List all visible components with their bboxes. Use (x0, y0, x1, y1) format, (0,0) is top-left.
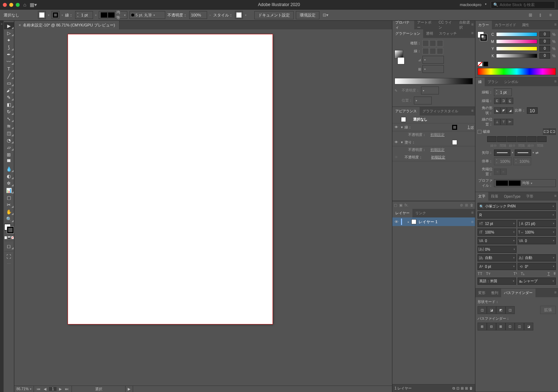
stroke-weight-input[interactable]: ▴▾ (494, 88, 512, 96)
zoom-tool[interactable]: 🔍 (4, 215, 14, 222)
curvature-tool[interactable]: 〰 (4, 58, 14, 65)
tab-character[interactable]: 文字 (475, 192, 488, 201)
arrow-end-select[interactable] (515, 150, 531, 156)
divide-icon[interactable]: ⊞ (478, 323, 487, 330)
tab-color-guide[interactable]: カラーガイド (492, 21, 519, 29)
cb-icon-1[interactable]: ⊞ (527, 11, 534, 19)
vscale-input[interactable]: IT (478, 229, 516, 236)
perspective-tool[interactable]: ▱ (4, 144, 14, 151)
panel-menu-icon[interactable]: ≡ (471, 108, 474, 113)
arrow-start-select[interactable] (494, 150, 510, 156)
leading-input[interactable]: │A (518, 220, 556, 227)
shaper-tool[interactable]: ✎ (4, 94, 14, 101)
last-artboard-icon[interactable]: ⏭ (64, 387, 69, 391)
yellow-slider[interactable] (496, 46, 537, 51)
add-stroke-icon[interactable]: ▢ (394, 203, 397, 207)
dash-align-2-icon[interactable]: ⊏⊐ (549, 128, 556, 135)
workspace-switcher-icon[interactable]: ▦▾ (30, 2, 37, 8)
trim-icon[interactable]: ⊟ (487, 323, 496, 330)
artboard-tool[interactable]: ▢ (4, 194, 14, 201)
close-tab-icon[interactable]: × (19, 23, 21, 27)
scale-tool[interactable]: ⤡ (4, 115, 14, 122)
cyan-value[interactable]: 0 (539, 31, 550, 37)
gradient-tool[interactable]: ▀ (4, 158, 14, 165)
baseline-shift-input[interactable]: Aª (478, 263, 516, 270)
tab-gradient[interactable]: グラデーション (392, 29, 423, 38)
language-select[interactable]: 英語：米国 (478, 278, 516, 285)
free-transform-tool[interactable]: ◫ (4, 129, 14, 137)
clear-icon[interactable]: ⊘ (460, 203, 463, 207)
tab-color[interactable]: カラー (475, 21, 492, 29)
magenta-value[interactable]: 0 (539, 39, 550, 44)
tab-cclib[interactable]: CC ライン (436, 21, 456, 29)
subscript-icon[interactable]: T₁ (521, 271, 525, 276)
zoom-level[interactable]: 86.71%▾ (14, 386, 34, 392)
intersect-icon[interactable]: ◩ (496, 306, 505, 314)
symbol-sprayer-tool[interactable]: ✲ (4, 180, 14, 187)
new-layer-icon[interactable]: ⊞ (465, 386, 468, 390)
tab-stroke[interactable]: 線 (475, 78, 485, 86)
smallcaps-icon[interactable]: Tᴛ (486, 271, 490, 276)
tab-appearance[interactable]: アピアランス (392, 107, 420, 116)
layer-row[interactable]: 👁 ▸ レイヤー 1 ○ (392, 217, 475, 226)
layer-visibility-icon[interactable]: 👁 (394, 220, 399, 224)
canvas[interactable] (14, 29, 392, 386)
aki-left-input[interactable]: |あ (478, 254, 516, 261)
slice-tool[interactable]: ✂ (4, 201, 14, 208)
delete-icon[interactable]: 🗑 (470, 203, 474, 207)
unite-icon[interactable]: ◫ (478, 306, 487, 314)
tab-align[interactable]: 整列 (488, 289, 501, 297)
align-icon[interactable]: ⊟▾ (322, 11, 329, 19)
gradient-eyedropper-icon[interactable]: ✎ (395, 89, 400, 93)
swap-arrows-icon[interactable]: ⇄ (535, 151, 538, 155)
gradient-fill-swatch[interactable] (397, 57, 405, 64)
align-stroke-buttons[interactable]: ⊥⊤⊢ (494, 119, 513, 125)
make-clipping-mask-icon[interactable]: ⊡ (456, 386, 459, 390)
draw-mode-icon[interactable]: ◻ (4, 242, 14, 250)
minus-front-icon[interactable]: ◪ (487, 306, 496, 314)
antialias-select[interactable]: aₐシャープ (518, 278, 556, 285)
pen-tool[interactable]: ✒ (4, 51, 14, 58)
color-spectrum[interactable] (478, 68, 556, 75)
exclude-icon[interactable]: ◫ (505, 306, 515, 314)
add-fill-icon[interactable]: ▣ (399, 203, 402, 207)
rotate-tool[interactable]: ↻ (4, 108, 14, 115)
shape-builder-tool[interactable]: ◔ (4, 137, 14, 144)
gradient-mode-icon[interactable] (8, 236, 10, 239)
prev-artboard-icon[interactable]: ◀ (43, 387, 48, 391)
artboard[interactable] (68, 34, 273, 324)
cyan-slider[interactable] (496, 32, 537, 36)
visibility-toggle-icon[interactable]: 👁 (394, 140, 399, 144)
panel-menu-icon[interactable]: ≡ (471, 22, 474, 26)
hand-tool[interactable]: ✋ (4, 208, 14, 215)
panel-menu-icon[interactable]: ≡ (554, 79, 557, 83)
freeform-gradient-icon[interactable] (437, 40, 443, 46)
direct-selection-tool[interactable]: ▷ (4, 29, 14, 36)
add-effect-icon[interactable]: fx. (405, 203, 408, 207)
eyedropper-tool[interactable]: 💧 (4, 165, 14, 172)
stroke-grad-2-icon[interactable] (430, 48, 436, 54)
preferences-button[interactable]: 環境設定 (296, 11, 319, 19)
underline-icon[interactable]: T (548, 271, 550, 276)
baseline-pct-input[interactable]: |あ| (478, 246, 517, 253)
user-menu[interactable]: macbookpro (457, 2, 487, 8)
tab-glyphs[interactable]: 字形 (523, 192, 536, 201)
tab-opentype[interactable]: OpenType (501, 192, 523, 201)
disclosure-icon[interactable]: ▾ (401, 140, 402, 144)
locate-layer-icon[interactable]: ⧉ (452, 386, 455, 391)
panel-menu-icon[interactable]: ≡ (554, 290, 557, 294)
tab-pathfinder[interactable]: パスファインダー (501, 289, 535, 297)
color-mode-icon[interactable] (4, 236, 7, 239)
eraser-tool[interactable]: ◧ (4, 101, 14, 108)
cb-menu-icon[interactable]: ≡ (547, 11, 554, 19)
tab-transparency[interactable]: 透明 (423, 29, 436, 38)
font-size-input[interactable]: тT (478, 220, 516, 227)
width-tool[interactable]: ≋ (4, 122, 14, 129)
graph-tool[interactable]: 📊 (4, 187, 14, 194)
cap-buttons[interactable]: ⊏⊐⊑ (494, 98, 513, 104)
type-tool[interactable]: T (4, 65, 14, 72)
magenta-slider[interactable] (496, 39, 537, 44)
status-play-icon[interactable]: ▶ (128, 387, 131, 391)
miter-limit-input[interactable] (527, 107, 538, 114)
next-artboard-icon[interactable]: ▶ (58, 387, 63, 391)
